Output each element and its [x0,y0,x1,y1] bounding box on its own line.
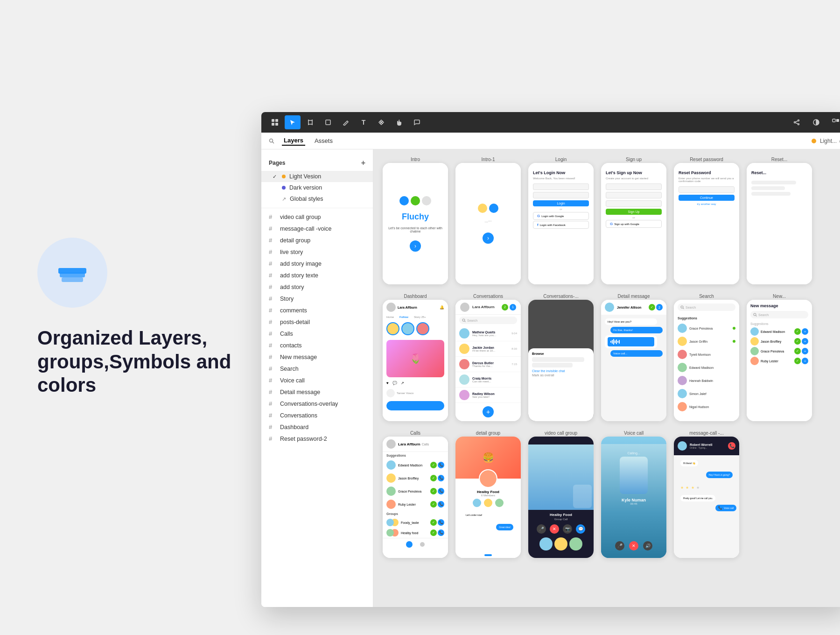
sidebar-layer-contacts[interactable]: # contacts [261,339,373,351]
new-msg-search-ph: Search [758,313,769,317]
sidebar-layer-dashboard[interactable]: # Dashboard [261,421,373,433]
shape-tool-btn[interactable] [320,115,336,129]
page-item-dark[interactable]: Dark version [261,182,373,193]
sidebar-layer-conversations-overlay[interactable]: # Conversations-overlay [261,398,373,409]
avatar-green [411,196,420,205]
layer-label: Conversations [280,412,317,419]
sidebar-layer-add-story[interactable]: # add story [261,281,373,293]
hash-icon: # [269,272,276,279]
canvas-area[interactable]: Intro Intro-1 Login Sign up Reset passwo… [373,149,840,607]
sidebar-layer-video-call-group[interactable]: # video call group [261,211,373,223]
overlay-content: Browse Clear the invisible chat Mark as … [528,348,594,421]
search-icon [269,138,274,144]
heart-icon: ♥ [386,381,389,385]
intro1-text: ...··· [479,217,497,225]
theme-btn[interactable] [808,115,824,129]
sidebar-layer-calls[interactable]: # Calls [261,328,373,339]
dash-user2-name: Tanner Vosco [397,392,413,395]
page-label-dark: Dark version [289,184,322,191]
call-badge-g2: ✓ [430,475,437,481]
sidebar-layer-detail-message[interactable]: # Detail message [261,386,373,398]
svg-line-22 [273,141,274,143]
page-item-global[interactable]: ↗ Global styles [261,193,373,205]
btn-chat: 💬 [576,524,585,534]
tab-assets[interactable]: Assets [313,136,335,145]
mv-audio-call: 📞 Voice call [715,505,736,511]
svg-rect-3 [272,119,274,122]
audio-msg [608,337,654,346]
avatar-blue [399,196,409,205]
svg-line-24 [465,321,466,322]
sugg-item-4: Edward Madison [674,361,739,374]
sidebar-layer-message-call--voice[interactable]: # message-call -voice [261,223,373,234]
page-selector[interactable]: Light... ∧ [812,138,840,144]
frame-tool-btn[interactable] [302,115,318,129]
phone-search: Search Suggestions Grace Penoleva Jason … [674,300,739,421]
conv-text-3: Darcus Butler Thanks for the... [472,361,509,367]
conv-header-actions: 2 1 [502,304,516,310]
nav-dot2 [420,542,425,547]
conv-name-1: Mathew Quaits [472,331,509,334]
sugg-avatar-2 [678,337,687,346]
sidebar-layer-add-story-texte[interactable]: # add story texte [261,269,373,281]
conv-avatar-header [460,303,469,312]
comment-tool-btn[interactable] [409,115,425,129]
svg-line-16 [796,121,798,122]
hash-icon: # [269,318,276,325]
tab-layers[interactable]: Layers [282,136,305,146]
voice-person-name: Kyle Numan [622,498,646,502]
member-av3 [495,499,504,507]
sidebar-layer-voice-call[interactable]: # Voice call [261,374,373,386]
label-signup: Sign up [601,157,666,162]
sidebar-layer-conversations[interactable]: # Conversations [261,409,373,421]
sidebar-layer-detail-group[interactable]: # detail group [261,234,373,246]
sidebar-layer-search[interactable]: # Search [261,363,373,374]
new-msg-btns4: ✓ + [794,358,808,364]
hand-tool-btn[interactable] [391,115,407,129]
dash-tabs: Home Follow Story 25+ [383,315,448,319]
call-av3 [386,487,396,496]
toolbar-right [789,115,840,129]
conv-avatar-2 [459,344,469,354]
layer-label: Dashboard [280,424,308,430]
sidebar-layer-posts-detail[interactable]: # posts-detail [261,316,373,328]
sugg-item-7: Nigal Hudson [674,400,739,413]
sidebar-layer-reset-password-2[interactable]: # Reset password-2 [261,433,373,444]
new-msg-title: New message [750,303,808,308]
calls-header: Lara Affburn Calls [383,437,448,452]
dash-avatar [386,303,396,312]
signup-email-field [606,192,662,198]
select-tool-btn[interactable] [285,115,301,129]
grid-tool-btn[interactable] [267,115,283,129]
component-tool-btn[interactable] [373,115,389,129]
phone-new-msg: New message Search Suggestions Edward Ma… [747,300,812,421]
text-tool-btn[interactable]: T [356,115,371,129]
sidebar-layer-comments[interactable]: # comments [261,304,373,316]
heading: Organized Layers, groups,Symbols and col… [37,326,233,397]
msg-voice-chat: Hi there! 👋 Hey! How's it going? ★ ★ ★ ★… [674,455,739,558]
conv-search-bar: Search [459,317,517,324]
nm-badge-g1: ✓ [794,328,801,335]
dash-stories [383,319,448,338]
sub-toolbar: Layers Assets Light... ∧ [261,133,840,149]
sidebar-layer-live-story[interactable]: # live story [261,246,373,258]
msg-voice-avatar [678,441,687,451]
sidebar-layer-new-message[interactable]: # New message [261,351,373,363]
zoom-btn[interactable] [828,115,840,129]
phone-signup: Let's Sign up Now Create your account to… [601,163,666,284]
page-item-light[interactable]: ✓ Light Vesion [261,171,373,182]
toolbar: T [261,112,840,133]
group-badge-g2: ✓ [430,529,437,536]
label-login: Login [528,157,594,162]
share-btn[interactable] [789,115,805,129]
add-page-btn[interactable]: + [361,159,365,167]
sugg-item-3: Tyrell Morrison [674,348,739,361]
sidebar-layer-add-story-image[interactable]: # add story image [261,258,373,269]
row2-phones: Lara Affburn 🔔 Home Follow Story 25+ [373,300,840,429]
label-new-msg: New... [747,294,812,299]
sidebar-layer-story[interactable]: # Story [261,293,373,304]
sugg-avatar-4 [678,363,687,372]
pen-tool-btn[interactable] [338,115,354,129]
conv-badge-blue: 1 [510,304,516,310]
conv-username-header: Lara Affburn [472,305,495,309]
